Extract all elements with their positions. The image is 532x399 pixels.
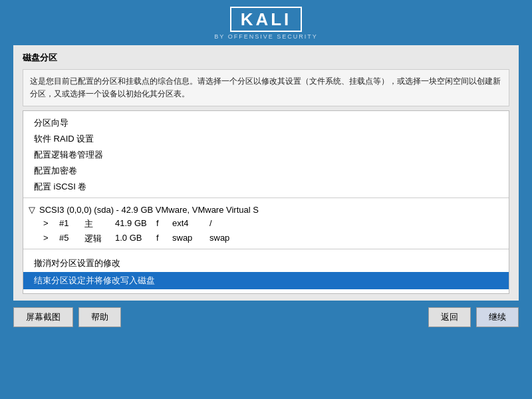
partition-1-mp: / [209, 218, 236, 230]
partition-2-flag: f [156, 233, 166, 245]
back-button[interactable]: 返回 [428, 307, 471, 327]
finish-write-to-disk[interactable]: 结束分区设定并将修改写入磁盘 [23, 272, 509, 289]
description-box: 这是您目前已配置的分区和挂载点的综合信息。请选择一个分区以修改其设置（文件系统、… [23, 69, 509, 106]
partition-2-arrow: > [43, 233, 53, 245]
separator-1 [23, 198, 509, 198]
disk-header: ▽ SCSI3 (0,0,0) (sda) - 42.9 GB VMware, … [23, 201, 509, 217]
partition-2-type: 逻辑 [84, 233, 108, 245]
partition-2-num: #5 [59, 233, 78, 245]
footer-right: 返回 继续 [428, 307, 519, 327]
partition-1-num: #1 [59, 218, 78, 230]
page-title: 磁盘分区 [23, 52, 509, 64]
kali-sub-text: BY OFFENSIVE SECURITY [214, 33, 317, 40]
partition-option-raid[interactable]: 软件 RAID 设置 [23, 131, 509, 147]
kali-logo-box: KALI [230, 7, 303, 32]
partition-2-size: 1.0 GB [115, 233, 150, 245]
partition-2-fs: swap [172, 233, 203, 245]
partition-1-arrow: > [43, 218, 53, 230]
undo-partition-changes[interactable]: 撤消对分区设置的修改 [23, 252, 509, 272]
partition-1-size: 41.9 GB [115, 218, 150, 230]
partition-option-lvm[interactable]: 配置逻辑卷管理器 [23, 147, 509, 163]
kali-logo-text: KALI [241, 11, 292, 28]
partition-option-encrypt[interactable]: 配置加密卷 [23, 163, 509, 179]
footer: 屏幕截图 帮助 返回 继续 [0, 301, 532, 334]
disk-partition-row-1[interactable]: > #1 主 41.9 GB f ext4 / [23, 217, 509, 231]
partition-2-mp: swap [209, 233, 236, 245]
partition-option-guided[interactable]: 分区向导 [23, 115, 509, 131]
disk-expand-icon[interactable]: ▽ [29, 205, 35, 215]
continue-button[interactable]: 继续 [476, 307, 519, 327]
footer-left: 屏幕截图 帮助 [13, 307, 121, 327]
partition-list: 分区向导 软件 RAID 设置 配置逻辑卷管理器 配置加密卷 配置 iSCSI … [23, 110, 509, 294]
partition-1-fs: ext4 [172, 218, 203, 230]
disk-partition-row-2[interactable]: > #5 逻辑 1.0 GB f swap swap [23, 231, 509, 246]
separator-2 [23, 249, 509, 249]
partition-option-iscsi[interactable]: 配置 iSCSI 卷 [23, 179, 509, 195]
header: KALI BY OFFENSIVE SECURITY [0, 0, 532, 45]
help-button[interactable]: 帮助 [78, 307, 121, 327]
disk-label: SCSI3 (0,0,0) (sda) - 42.9 GB VMware, VM… [39, 205, 259, 215]
logo-container: KALI BY OFFENSIVE SECURITY [214, 7, 317, 40]
main-content: 磁盘分区 这是您目前已配置的分区和挂载点的综合信息。请选择一个分区以修改其设置（… [13, 45, 519, 301]
partition-1-flag: f [156, 218, 166, 230]
screenshot-button[interactable]: 屏幕截图 [13, 307, 73, 327]
partition-1-type: 主 [84, 218, 108, 230]
